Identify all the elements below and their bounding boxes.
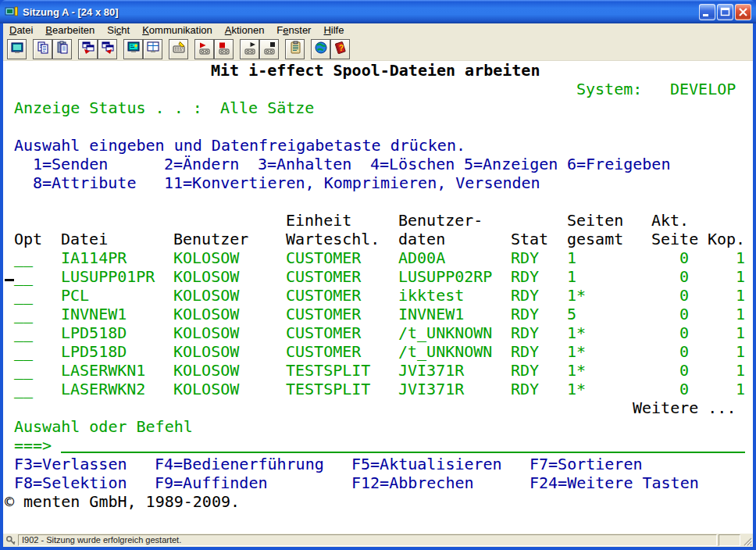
display-setup-icon	[127, 41, 141, 57]
terminal-text: F3=Verlassen	[14, 455, 127, 473]
terminal-row: 1=Senden2=Ändern3=Anhalten4=Löschen5=Anz…	[5, 155, 751, 173]
terminal-text: Mit i-effect Spool-Dateien arbeiten	[211, 61, 540, 80]
session-icon[interactable]	[5, 5, 19, 19]
terminal-text: Anzeige Status . . :	[14, 98, 202, 117]
terminal-text: gesamt	[567, 230, 623, 248]
menu-hilfe[interactable]: Hilfe	[317, 23, 350, 38]
terminal-row: __LASERWKN2KOLOSOWTESTSPLITJVI371RRDY1*0…	[5, 380, 751, 398]
terminal-row: F3=VerlassenF4=BedienerführungF5=Aktuali…	[5, 455, 751, 473]
record-stop-icon	[217, 41, 231, 57]
clipboard-button[interactable]	[285, 39, 305, 59]
terminal-row: 8=Attribute11=Konvertieren, Komprimieren…	[5, 173, 751, 192]
menu-aktionen[interactable]: Aktionen	[219, 23, 271, 38]
record-macro-button[interactable]	[194, 39, 214, 59]
terminal-text: JVI371R	[398, 361, 464, 380]
terminal-text: RDY	[511, 323, 539, 342]
keyboard-remap-button[interactable]	[169, 39, 188, 59]
toolbar-group	[123, 39, 162, 59]
terminal-text: 5=Anzeigen	[464, 155, 558, 173]
terminal-text: RDY	[511, 380, 539, 398]
terminal-text: Akt.	[651, 211, 689, 230]
minimize-button[interactable]	[699, 4, 715, 20]
menu-datei[interactable]: Datei	[3, 23, 39, 38]
terminal-text: IA114PR	[61, 248, 127, 267]
terminal-text: 0	[679, 361, 689, 380]
copy-button[interactable]	[33, 39, 52, 59]
terminal-text: 1	[736, 342, 745, 361]
terminal-row: __LUSUPP01PRKOLOSOWCUSTOMERLUSUPP02RPRDY…	[5, 267, 751, 286]
application-window: Sitzung A - [24 x 80] DateiBearbeitenSic…	[0, 0, 756, 550]
terminal-text: 0	[679, 323, 689, 342]
terminal-text: KOLOSOW	[173, 380, 239, 398]
display-setup-button[interactable]	[123, 39, 143, 59]
resize-grip[interactable]	[740, 534, 752, 546]
menu-sicht[interactable]: Sicht	[101, 23, 136, 38]
terminal-text: CUSTOMER	[286, 286, 361, 305]
terminal-text: CUSTOMER	[286, 323, 361, 342]
menu-kommunikation[interactable]: Kommunikation	[136, 23, 219, 38]
help-button[interactable]: ?	[330, 39, 350, 59]
terminal-text: Stat	[511, 230, 548, 248]
terminal-text: RDY	[511, 248, 539, 267]
toolbar-group	[7, 39, 27, 59]
terminal-text: 1	[567, 267, 576, 286]
maximize-button[interactable]	[717, 4, 733, 20]
title-bar[interactable]: Sitzung A - [24 x 80]	[0, 0, 756, 23]
svg-text:?: ?	[338, 44, 343, 52]
opt-input[interactable]: __	[14, 267, 33, 286]
terminal-text: F24=Weitere Tasten	[530, 473, 699, 492]
terminal-text: 1*	[567, 286, 586, 305]
terminal-text: 2=Ändern	[164, 155, 239, 173]
record-macro-icon	[198, 41, 212, 57]
terminal-text: F7=Sortieren	[530, 455, 643, 473]
stop-macro-button[interactable]	[259, 39, 279, 59]
receive-screen-button[interactable]	[98, 39, 117, 59]
terminal-text: 3=Anhalten	[258, 155, 351, 173]
window-title: Sitzung A - [24 x 80]	[23, 6, 699, 18]
paste-icon	[55, 41, 70, 57]
terminal-text: Kop.	[708, 230, 745, 248]
close-button[interactable]	[735, 4, 751, 20]
terminal-text: CUSTOMER	[286, 267, 361, 286]
globe-button[interactable]	[311, 39, 330, 59]
record-stop-button[interactable]	[214, 39, 234, 59]
terminal-text: 0	[679, 380, 689, 398]
terminal-text: 1=Senden	[33, 155, 108, 173]
paste-button[interactable]	[52, 39, 72, 59]
terminal-text: 1	[736, 380, 745, 398]
opt-input[interactable]: __	[14, 286, 33, 305]
terminal-text: F8=Selektion	[14, 473, 127, 492]
terminal-row: __IA114PRKOLOSOWCUSTOMERAD00ARDY101	[5, 248, 751, 267]
copy-icon	[36, 41, 50, 57]
status-section	[719, 534, 740, 546]
terminal-text: LASERWKN1	[61, 361, 145, 380]
opt-input[interactable]: __	[14, 342, 33, 361]
receive-screen-icon	[101, 41, 115, 57]
play-macro-button[interactable]	[240, 39, 259, 59]
terminal-screen[interactable]: Mit i-effect Spool-Dateien arbeitenSyste…	[3, 61, 753, 534]
menu-fenster[interactable]: Fenster	[270, 23, 317, 38]
terminal-row	[5, 117, 751, 136]
terminal-text: RDY	[511, 361, 539, 380]
opt-input[interactable]: __	[14, 305, 33, 323]
command-input[interactable]	[61, 452, 745, 453]
terminal-text: INVNEW1	[61, 305, 127, 323]
opt-input[interactable]: __	[14, 380, 33, 398]
toolbar-group	[240, 39, 279, 59]
menu-bearbeiten[interactable]: Bearbeiten	[39, 23, 101, 38]
terminal-text: KOLOSOW	[173, 286, 239, 305]
terminal-row: __LPD518DKOLOSOWCUSTOMER/t_UNKNOWNRDY1*0…	[5, 342, 751, 361]
display-frame-icon	[146, 41, 160, 57]
send-screen-button[interactable]	[78, 39, 98, 59]
terminal-text: 11=Konvertieren, Komprimieren, Versenden	[164, 173, 540, 192]
terminal-text: Weitere ...	[633, 398, 736, 417]
terminal-row: __PCLKOLOSOWCUSTOMERikktestRDY1*01	[5, 286, 751, 305]
opt-input[interactable]: __	[14, 323, 33, 342]
opt-input[interactable]: __	[14, 248, 33, 267]
opt-input[interactable]: __	[14, 361, 33, 380]
display-frame-button[interactable]	[143, 39, 162, 59]
toolbar-group	[33, 39, 72, 59]
terminal-row: __LPD518DKOLOSOWCUSTOMER/t_UNKNOWNRDY1*0…	[5, 323, 751, 342]
terminal-text: 1*	[567, 342, 586, 361]
new-screen-button[interactable]	[7, 39, 27, 59]
